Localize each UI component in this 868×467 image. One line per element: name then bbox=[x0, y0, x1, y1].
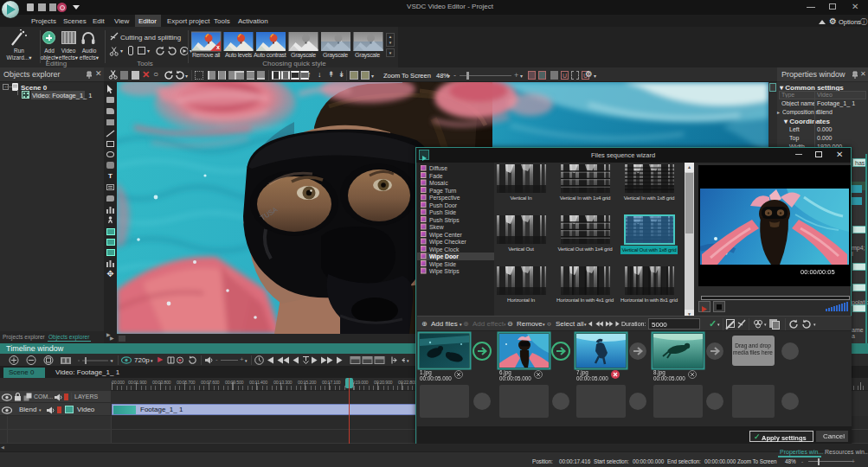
svg-text:media files here: media files here bbox=[733, 349, 773, 355]
svg-text:00:00:05.000: 00:00:05.000 bbox=[576, 375, 608, 381]
svg-text:Vertical In with 1x8 grid: Vertical In with 1x8 grid bbox=[624, 195, 675, 201]
svg-text:Vertical Out with 1x8 grid: Vertical Out with 1x8 grid bbox=[621, 246, 677, 253]
svg-text:Vertical Out with 1x4 grid: Vertical Out with 1x4 grid bbox=[557, 246, 613, 252]
svg-text:00:00:05.000: 00:00:05.000 bbox=[499, 375, 531, 381]
svg-text:00:00:05.000: 00:00:05.000 bbox=[653, 375, 685, 381]
svg-text:Horizontal In: Horizontal In bbox=[507, 297, 536, 303]
svg-text:Horizontal In with 8x1 grid: Horizontal In with 8x1 grid bbox=[620, 297, 678, 303]
svg-text:Horizontal In with 4x1 grid: Horizontal In with 4x1 grid bbox=[556, 297, 614, 303]
svg-text:Vertical In with 1x4 grid: Vertical In with 1x4 grid bbox=[560, 195, 611, 201]
svg-text:Drag and drop: Drag and drop bbox=[735, 342, 771, 349]
svg-text:00:00:05.000: 00:00:05.000 bbox=[420, 375, 452, 381]
svg-text:Vertical In: Vertical In bbox=[511, 195, 533, 201]
svg-text:x: x bbox=[216, 44, 220, 50]
svg-text:Vertical Out: Vertical Out bbox=[508, 246, 534, 252]
